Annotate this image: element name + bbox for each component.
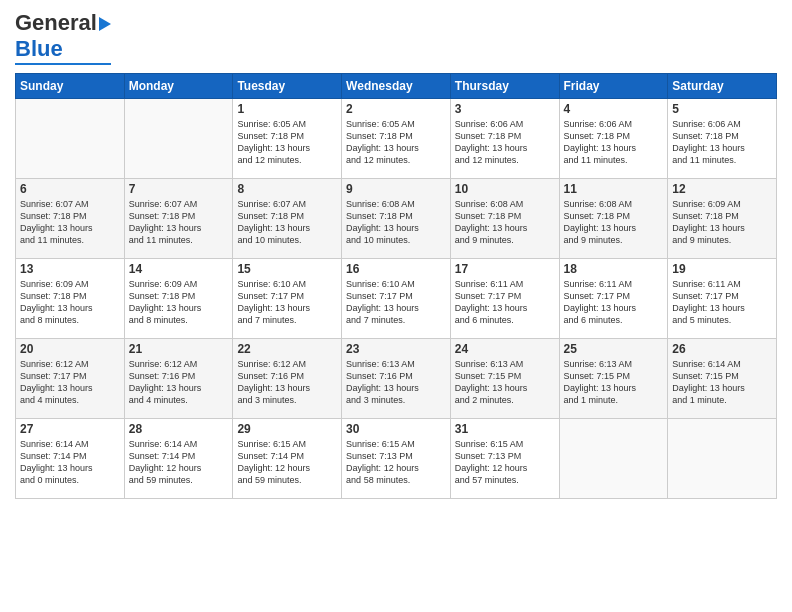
calendar-table: SundayMondayTuesdayWednesdayThursdayFrid… (15, 73, 777, 499)
logo-blue-word: Blue (15, 36, 63, 62)
calendar-cell: 21Sunrise: 6:12 AM Sunset: 7:16 PM Dayli… (124, 339, 233, 419)
calendar-cell: 12Sunrise: 6:09 AM Sunset: 7:18 PM Dayli… (668, 179, 777, 259)
calendar-cell: 19Sunrise: 6:11 AM Sunset: 7:17 PM Dayli… (668, 259, 777, 339)
day-number: 16 (346, 262, 446, 276)
header-saturday: Saturday (668, 74, 777, 99)
calendar-cell: 30Sunrise: 6:15 AM Sunset: 7:13 PM Dayli… (342, 419, 451, 499)
day-number: 17 (455, 262, 555, 276)
day-number: 1 (237, 102, 337, 116)
page: General Blue SundayMondayTuesdayWednesda… (0, 0, 792, 612)
day-info: Sunrise: 6:05 AM Sunset: 7:18 PM Dayligh… (237, 118, 337, 167)
header: General Blue (15, 10, 777, 65)
header-friday: Friday (559, 74, 668, 99)
day-info: Sunrise: 6:06 AM Sunset: 7:18 PM Dayligh… (564, 118, 664, 167)
calendar-cell: 22Sunrise: 6:12 AM Sunset: 7:16 PM Dayli… (233, 339, 342, 419)
day-number: 24 (455, 342, 555, 356)
calendar-cell: 8Sunrise: 6:07 AM Sunset: 7:18 PM Daylig… (233, 179, 342, 259)
calendar-cell: 2Sunrise: 6:05 AM Sunset: 7:18 PM Daylig… (342, 99, 451, 179)
day-number: 7 (129, 182, 229, 196)
day-info: Sunrise: 6:09 AM Sunset: 7:18 PM Dayligh… (129, 278, 229, 327)
calendar-cell: 27Sunrise: 6:14 AM Sunset: 7:14 PM Dayli… (16, 419, 125, 499)
logo-arrow-icon (99, 17, 111, 31)
calendar-cell: 14Sunrise: 6:09 AM Sunset: 7:18 PM Dayli… (124, 259, 233, 339)
calendar-cell: 28Sunrise: 6:14 AM Sunset: 7:14 PM Dayli… (124, 419, 233, 499)
calendar-cell: 17Sunrise: 6:11 AM Sunset: 7:17 PM Dayli… (450, 259, 559, 339)
logo-bottom: Blue (15, 36, 63, 62)
day-number: 8 (237, 182, 337, 196)
day-info: Sunrise: 6:15 AM Sunset: 7:14 PM Dayligh… (237, 438, 337, 487)
calendar-cell: 11Sunrise: 6:08 AM Sunset: 7:18 PM Dayli… (559, 179, 668, 259)
calendar-cell: 1Sunrise: 6:05 AM Sunset: 7:18 PM Daylig… (233, 99, 342, 179)
day-number: 26 (672, 342, 772, 356)
calendar-cell: 13Sunrise: 6:09 AM Sunset: 7:18 PM Dayli… (16, 259, 125, 339)
day-number: 20 (20, 342, 120, 356)
calendar-cell: 29Sunrise: 6:15 AM Sunset: 7:14 PM Dayli… (233, 419, 342, 499)
calendar-cell: 7Sunrise: 6:07 AM Sunset: 7:18 PM Daylig… (124, 179, 233, 259)
calendar-cell: 16Sunrise: 6:10 AM Sunset: 7:17 PM Dayli… (342, 259, 451, 339)
logo-top: General (15, 10, 111, 36)
calendar-cell: 25Sunrise: 6:13 AM Sunset: 7:15 PM Dayli… (559, 339, 668, 419)
logo-divider (15, 63, 111, 65)
calendar-cell: 4Sunrise: 6:06 AM Sunset: 7:18 PM Daylig… (559, 99, 668, 179)
calendar-body: 1Sunrise: 6:05 AM Sunset: 7:18 PM Daylig… (16, 99, 777, 499)
week-row-1: 6Sunrise: 6:07 AM Sunset: 7:18 PM Daylig… (16, 179, 777, 259)
day-info: Sunrise: 6:08 AM Sunset: 7:18 PM Dayligh… (564, 198, 664, 247)
day-number: 31 (455, 422, 555, 436)
logo: General Blue (15, 10, 111, 65)
day-number: 27 (20, 422, 120, 436)
calendar-cell: 5Sunrise: 6:06 AM Sunset: 7:18 PM Daylig… (668, 99, 777, 179)
day-number: 18 (564, 262, 664, 276)
day-info: Sunrise: 6:06 AM Sunset: 7:18 PM Dayligh… (672, 118, 772, 167)
day-info: Sunrise: 6:05 AM Sunset: 7:18 PM Dayligh… (346, 118, 446, 167)
day-info: Sunrise: 6:11 AM Sunset: 7:17 PM Dayligh… (455, 278, 555, 327)
day-info: Sunrise: 6:07 AM Sunset: 7:18 PM Dayligh… (237, 198, 337, 247)
day-number: 6 (20, 182, 120, 196)
day-info: Sunrise: 6:12 AM Sunset: 7:16 PM Dayligh… (237, 358, 337, 407)
calendar-cell: 9Sunrise: 6:08 AM Sunset: 7:18 PM Daylig… (342, 179, 451, 259)
calendar-cell: 10Sunrise: 6:08 AM Sunset: 7:18 PM Dayli… (450, 179, 559, 259)
day-info: Sunrise: 6:06 AM Sunset: 7:18 PM Dayligh… (455, 118, 555, 167)
day-number: 2 (346, 102, 446, 116)
day-info: Sunrise: 6:12 AM Sunset: 7:16 PM Dayligh… (129, 358, 229, 407)
day-number: 3 (455, 102, 555, 116)
day-info: Sunrise: 6:07 AM Sunset: 7:18 PM Dayligh… (20, 198, 120, 247)
day-number: 11 (564, 182, 664, 196)
day-info: Sunrise: 6:14 AM Sunset: 7:14 PM Dayligh… (20, 438, 120, 487)
day-info: Sunrise: 6:13 AM Sunset: 7:15 PM Dayligh… (455, 358, 555, 407)
day-info: Sunrise: 6:12 AM Sunset: 7:17 PM Dayligh… (20, 358, 120, 407)
calendar-cell: 6Sunrise: 6:07 AM Sunset: 7:18 PM Daylig… (16, 179, 125, 259)
day-number: 13 (20, 262, 120, 276)
day-number: 12 (672, 182, 772, 196)
day-info: Sunrise: 6:09 AM Sunset: 7:18 PM Dayligh… (672, 198, 772, 247)
calendar-cell: 23Sunrise: 6:13 AM Sunset: 7:16 PM Dayli… (342, 339, 451, 419)
logo-general: General (15, 10, 97, 36)
day-info: Sunrise: 6:09 AM Sunset: 7:18 PM Dayligh… (20, 278, 120, 327)
calendar-cell: 20Sunrise: 6:12 AM Sunset: 7:17 PM Dayli… (16, 339, 125, 419)
calendar-cell: 18Sunrise: 6:11 AM Sunset: 7:17 PM Dayli… (559, 259, 668, 339)
week-row-4: 27Sunrise: 6:14 AM Sunset: 7:14 PM Dayli… (16, 419, 777, 499)
day-number: 10 (455, 182, 555, 196)
header-thursday: Thursday (450, 74, 559, 99)
day-number: 21 (129, 342, 229, 356)
day-number: 23 (346, 342, 446, 356)
calendar-cell (668, 419, 777, 499)
calendar-header: SundayMondayTuesdayWednesdayThursdayFrid… (16, 74, 777, 99)
calendar-cell: 24Sunrise: 6:13 AM Sunset: 7:15 PM Dayli… (450, 339, 559, 419)
day-number: 9 (346, 182, 446, 196)
header-sunday: Sunday (16, 74, 125, 99)
calendar-cell: 31Sunrise: 6:15 AM Sunset: 7:13 PM Dayli… (450, 419, 559, 499)
header-wednesday: Wednesday (342, 74, 451, 99)
day-number: 15 (237, 262, 337, 276)
header-tuesday: Tuesday (233, 74, 342, 99)
day-info: Sunrise: 6:11 AM Sunset: 7:17 PM Dayligh… (564, 278, 664, 327)
calendar-cell: 15Sunrise: 6:10 AM Sunset: 7:17 PM Dayli… (233, 259, 342, 339)
calendar-cell (16, 99, 125, 179)
header-monday: Monday (124, 74, 233, 99)
day-number: 14 (129, 262, 229, 276)
day-number: 22 (237, 342, 337, 356)
day-info: Sunrise: 6:07 AM Sunset: 7:18 PM Dayligh… (129, 198, 229, 247)
header-row: SundayMondayTuesdayWednesdayThursdayFrid… (16, 74, 777, 99)
day-info: Sunrise: 6:14 AM Sunset: 7:14 PM Dayligh… (129, 438, 229, 487)
day-number: 4 (564, 102, 664, 116)
day-info: Sunrise: 6:13 AM Sunset: 7:16 PM Dayligh… (346, 358, 446, 407)
